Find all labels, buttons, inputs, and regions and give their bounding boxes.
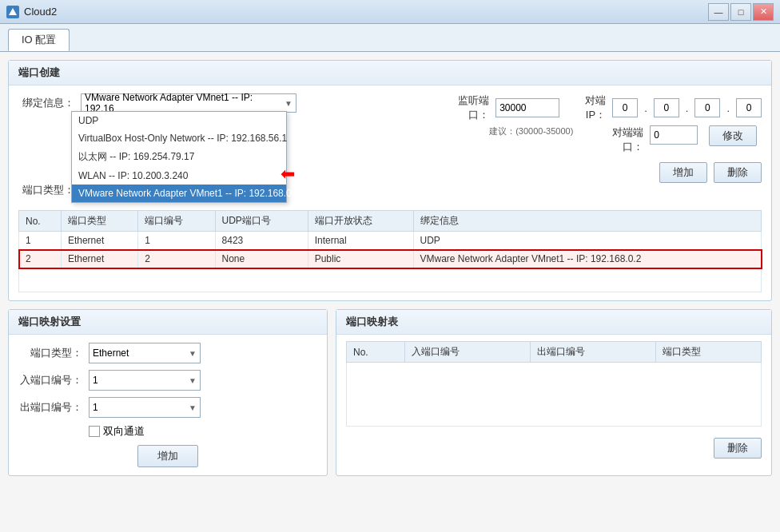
port-creation-form: 绑定信息： VMware Network Adapter VMnet1 -- I… [9, 85, 771, 300]
minimize-button[interactable]: — [708, 3, 729, 21]
col-port-no: 端口编号 [138, 211, 215, 232]
mapping-out-label: 出端口编号： [18, 400, 82, 415]
col-type: 端口类型 [61, 211, 137, 232]
mapping-table-content: No. 入端口编号 出端口编号 端口类型 [336, 335, 771, 433]
mapping-table-body [347, 363, 762, 427]
monitor-hint: 建议：(30000-35000) [489, 125, 573, 137]
dropdown-item-2[interactable]: 以太网 -- IP: 169.254.79.17 [72, 147, 286, 167]
ip-box-4[interactable] [736, 98, 762, 117]
tab-io-config[interactable]: IO 配置 [8, 29, 70, 51]
title-bar-left: Cloud2 [6, 6, 57, 18]
table-row[interactable]: 2 Ethernet 2 None Public VMware Network … [19, 250, 762, 268]
col-udp: UDP端口号 [215, 211, 308, 232]
mt-col-no: No. [347, 342, 405, 363]
mapping-add-button[interactable]: 增加 [137, 445, 198, 467]
bidir-checkbox[interactable] [89, 426, 100, 437]
add-port-button[interactable]: 增加 [659, 162, 707, 183]
port-creation-left: 绑定信息： VMware Network Adapter VMnet1 -- I… [18, 93, 429, 204]
mapping-in-row: 入端口编号： 1 ▼ [18, 370, 317, 391]
add-del-btn-row: 增加 删除 [445, 162, 762, 183]
cell-state: Internal [308, 232, 413, 250]
mapping-type-arrow: ▼ [189, 349, 197, 358]
title-bar: Cloud2 — □ ✕ [0, 0, 780, 24]
col-bind: 绑定信息 [413, 211, 761, 232]
port-creation-inner: 绑定信息： VMware Network Adapter VMnet1 -- I… [18, 93, 762, 204]
close-button[interactable]: ✕ [753, 3, 774, 21]
port-creation-right: 监听端口： 对端IP： . . . 建议：(30000-35000) [445, 93, 762, 204]
cell-port-no: 2 [138, 250, 215, 268]
port-mapping-content: 端口类型： Ethernet ▼ 入端口编号： 1 ▼ 出端口编号： [9, 335, 327, 475]
mapping-table-footer: 删除 [336, 433, 771, 463]
mapping-add-row: 增加 [18, 445, 317, 467]
mapping-in-select[interactable]: 1 ▼ [89, 370, 201, 391]
remote-port-label: 对端端口： [595, 125, 643, 154]
cell-port-no: 1 [138, 232, 215, 250]
mt-col-type: 端口类型 [655, 342, 761, 363]
dropdown-item-3[interactable]: WLAN -- IP: 10.200.3.240 [72, 167, 286, 185]
cell-state: Public [308, 250, 413, 268]
mapping-table: No. 入端口编号 出端口编号 端口类型 [346, 341, 762, 427]
window-title: Cloud2 [24, 6, 57, 18]
port-table-body: 1 Ethernet 1 8423 Internal UDP 2 Etherne… [19, 232, 762, 268]
cell-udp: None [215, 250, 308, 268]
mapping-table-header: No. 入端口编号 出端口编号 端口类型 [347, 342, 762, 363]
mapping-out-row: 出端口编号： 1 ▼ [18, 397, 317, 418]
mapping-in-value: 1 [93, 375, 98, 386]
cell-type: Ethernet [61, 250, 137, 268]
del-port-button[interactable]: 删除 [714, 162, 762, 183]
mapping-out-value: 1 [93, 402, 98, 413]
hint-remote-port-row: 建议：(30000-35000) 对端端口： 修改 [445, 125, 762, 154]
mapping-type-select[interactable]: Ethernet ▼ [89, 343, 201, 363]
bottom-sections: 端口映射设置 端口类型： Ethernet ▼ 入端口编号： 1 ▼ [8, 309, 772, 484]
bind-select-arrow: ▼ [285, 99, 292, 108]
svg-marker-0 [9, 8, 17, 15]
ip-box-2[interactable] [654, 98, 679, 117]
title-controls: — □ ✕ [708, 3, 774, 21]
bind-dropdown: UDP VirtualBox Host-Only Network -- IP: … [71, 111, 287, 203]
mapping-type-value: Ethernet [93, 347, 129, 359]
restore-button[interactable]: □ [730, 3, 751, 21]
monitor-port-row: 监听端口： 对端IP： . . . [445, 93, 762, 122]
mapping-out-arrow: ▼ [189, 403, 197, 412]
ip-box-1[interactable] [612, 98, 638, 117]
modify-button[interactable]: 修改 [709, 125, 757, 146]
port-mapping-title: 端口映射设置 [9, 310, 327, 335]
port-creation-section: 端口创建 绑定信息： VMware Network Adapter VMnet1… [8, 60, 772, 301]
cell-bind: UDP [413, 232, 761, 250]
port-type-label: 端口类型： [18, 183, 74, 197]
port-mapping-table-title: 端口映射表 [336, 310, 771, 335]
monitor-port-input[interactable] [495, 98, 559, 117]
dropdown-item-0[interactable]: UDP [72, 112, 286, 129]
dropdown-item-1[interactable]: VirtualBox Host-Only Network -- IP: 192.… [72, 129, 286, 147]
bidir-label: 双向通道 [103, 424, 145, 439]
port-table-wrapper: No. 端口类型 端口编号 UDP端口号 端口开放状态 绑定信息 1 Ether… [18, 210, 762, 292]
cell-no: 1 [19, 232, 62, 250]
table-empty-space [18, 268, 762, 292]
mt-col-in: 入端口编号 [404, 342, 530, 363]
mapping-type-row: 端口类型： Ethernet ▼ [18, 343, 317, 363]
mapping-in-label: 入端口编号： [18, 373, 82, 387]
mapping-out-select[interactable]: 1 ▼ [89, 397, 201, 418]
table-row[interactable]: 1 Ethernet 1 8423 Internal UDP [19, 232, 762, 250]
tab-bar: IO 配置 [0, 24, 780, 52]
port-table: No. 端口类型 端口编号 UDP端口号 端口开放状态 绑定信息 1 Ether… [18, 210, 762, 268]
port-creation-title: 端口创建 [9, 61, 771, 85]
remote-port-input[interactable] [650, 125, 698, 145]
mt-col-out: 出端口编号 [530, 342, 655, 363]
dropdown-item-4[interactable]: VMware Network Adapter VMnet1 -- IP: 192… [72, 185, 286, 202]
cell-bind: VMware Network Adapter VMnet1 -- IP: 192… [413, 250, 761, 268]
ip-box-3[interactable] [694, 98, 720, 117]
mapping-in-arrow: ▼ [189, 376, 197, 385]
remote-ip-label: 对端IP： [566, 93, 606, 122]
main-content: 端口创建 绑定信息： VMware Network Adapter VMnet1… [0, 52, 780, 532]
bind-info-row: 绑定信息： VMware Network Adapter VMnet1 -- I… [18, 93, 429, 113]
cell-no: 2 [19, 250, 62, 268]
mapping-del-button[interactable]: 删除 [714, 438, 762, 459]
monitor-label: 监听端口： [445, 93, 489, 122]
cell-udp: 8423 [215, 232, 308, 250]
bidir-row: 双向通道 [89, 424, 317, 439]
arrow-indicator: ⬅ [281, 164, 295, 185]
bind-label: 绑定信息： [18, 96, 74, 110]
bind-select[interactable]: VMware Network Adapter VMnet1 -- IP: 192… [81, 93, 296, 113]
port-mapping-table-section: 端口映射表 No. 入端口编号 出端口编号 端口类型 [336, 309, 772, 476]
